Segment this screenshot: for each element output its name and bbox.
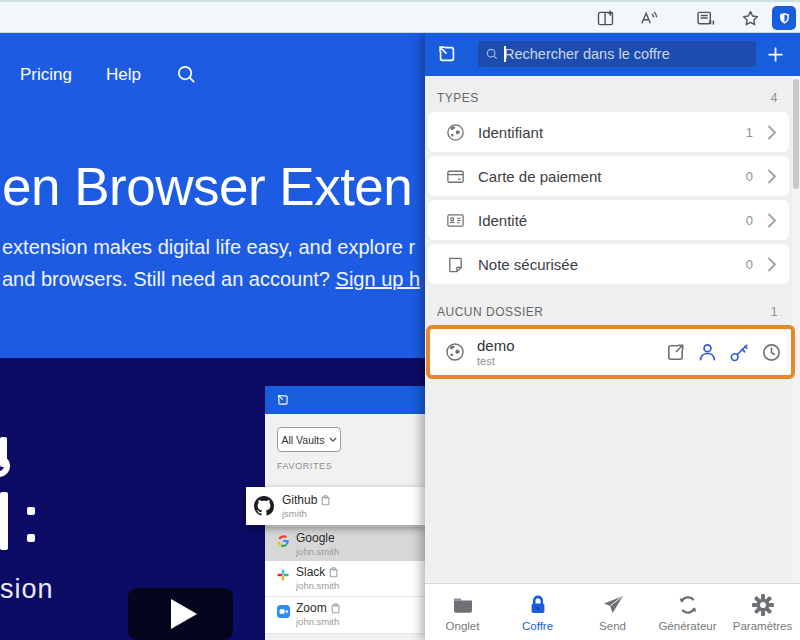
mini-item-name: Zoom: [296, 601, 327, 615]
launch-icon[interactable]: [663, 340, 687, 364]
mini-item-username: john.smith: [296, 616, 341, 627]
nav-tab-label: Send: [599, 620, 626, 632]
id-card-icon: [445, 210, 466, 231]
lock-icon: [526, 593, 550, 617]
popup-header: [425, 33, 800, 76]
all-vaults-dropdown: All Vaults: [277, 427, 341, 452]
section-no-folder: AUCUN DOSSIER 1: [437, 305, 778, 319]
browser-toolbar: [0, 0, 800, 33]
read-aloud-icon[interactable]: [637, 7, 659, 29]
bitwarden-popup: TYPES 4 Identifiant 1 Carte de paiement …: [425, 33, 800, 640]
section-types-label: TYPES: [437, 91, 479, 105]
vault-item-subtitle: test: [477, 355, 655, 367]
mini-item-name: Slack: [296, 565, 325, 579]
slack-icon: [277, 569, 289, 581]
type-row-label: Note sécurisée: [478, 256, 746, 273]
mini-item-name: Google: [296, 531, 335, 545]
site-nav: Pricing Help: [20, 63, 198, 86]
page-title: en Browser Exten: [2, 156, 412, 217]
type-row-label: Identifiant: [478, 124, 746, 141]
clipboard-icon: [329, 567, 339, 578]
popup-bottom-nav: Onglet Coffre Send: [425, 583, 800, 640]
nav-tab-parametres[interactable]: Paramètres: [725, 584, 800, 640]
type-row-label: Identité: [478, 212, 746, 229]
hero-text-line2: and browsers. Still need an account? Sig…: [2, 268, 420, 291]
popout-icon[interactable]: [436, 43, 458, 65]
search-input[interactable]: [504, 46, 749, 62]
nav-help-link[interactable]: Help: [106, 65, 141, 85]
sign-up-link[interactable]: Sign up h: [336, 268, 421, 290]
nav-pricing-link[interactable]: Pricing: [20, 65, 72, 85]
clock-icon[interactable]: [759, 340, 783, 364]
nav-tab-generateur[interactable]: Générateur: [650, 584, 725, 640]
scrollbar-thumb[interactable]: [793, 79, 799, 189]
play-icon: [171, 599, 197, 629]
hero-text-line1: extension makes digital life easy, and e…: [2, 236, 415, 259]
type-row-identifiant[interactable]: Identifiant 1: [428, 112, 789, 152]
search-icon: [485, 47, 499, 61]
send-plane-icon: [601, 593, 625, 617]
mini-item-username: john.smith: [296, 580, 339, 591]
nav-tab-send[interactable]: Send: [575, 584, 650, 640]
site-search-icon[interactable]: [175, 63, 198, 86]
video-caption-fragment: sion: [0, 574, 54, 605]
globe-icon: [444, 341, 466, 363]
type-row-count: 0: [746, 213, 753, 228]
nav-tab-onglet[interactable]: Onglet: [425, 584, 500, 640]
mini-item-slack: Slack john.smith: [265, 561, 425, 597]
mini-vault-header: Search vault: [265, 386, 425, 414]
google-icon: [277, 535, 289, 547]
section-no-folder-label: AUCUN DOSSIER: [437, 305, 544, 319]
type-row-identite[interactable]: Identité 0: [428, 200, 789, 240]
vault-item-demo-highlighted[interactable]: demo test: [426, 325, 795, 379]
section-types: TYPES 4: [437, 91, 778, 105]
type-row-count: 0: [746, 257, 753, 272]
copy-password-icon[interactable]: [727, 340, 751, 364]
nav-tab-label: Paramètres: [733, 620, 792, 632]
video-text-fragment: [0, 492, 8, 550]
copy-username-icon[interactable]: [695, 340, 719, 364]
gear-icon: [751, 593, 775, 617]
folder-icon: [451, 593, 475, 617]
nav-tab-coffre[interactable]: Coffre: [500, 584, 575, 640]
popout-icon: [276, 393, 290, 407]
mini-item-google: Google john.smith: [265, 527, 425, 561]
section-types-count: 4: [771, 91, 778, 105]
chevron-right-icon: [767, 256, 777, 273]
chevron-right-icon: [767, 168, 777, 185]
section-no-folder-count: 1: [771, 305, 778, 319]
split-screen-icon[interactable]: [594, 7, 616, 29]
video-colon-dot: [27, 507, 35, 515]
mini-item-zoom: Zoom john.smith: [265, 597, 425, 634]
clipboard-icon: [331, 603, 341, 614]
github-icon: [254, 496, 274, 516]
globe-icon: [445, 122, 466, 143]
credit-card-icon: [445, 166, 466, 187]
video-play-button[interactable]: [128, 588, 233, 640]
favorites-star-icon[interactable]: [739, 7, 761, 29]
add-item-icon[interactable]: [765, 44, 786, 65]
bitwarden-extension-icon[interactable]: [772, 6, 796, 30]
nav-tab-label: Onglet: [446, 620, 480, 632]
type-row-label: Carte de paiement: [478, 168, 746, 185]
video-colon-dot: [27, 534, 35, 542]
mini-item-username: john.smith: [296, 546, 339, 557]
chevron-right-icon: [767, 124, 777, 141]
nav-tab-label: Coffre: [522, 620, 553, 632]
hero-text-line2-prefix: and browsers. Still need an account?: [2, 268, 336, 290]
video-text-fragment: [0, 455, 10, 477]
clipboard-icon: [321, 495, 331, 506]
vault-item-title: demo: [477, 337, 655, 354]
search-caret: [504, 46, 506, 62]
nav-tab-label: Générateur: [658, 620, 716, 632]
vault-search-field[interactable]: [478, 41, 756, 67]
all-vaults-label: All Vaults: [282, 434, 325, 446]
type-row-note[interactable]: Note sécurisée 0: [428, 244, 789, 284]
type-row-count: 1: [746, 125, 753, 140]
type-row-carte[interactable]: Carte de paiement 0: [428, 156, 789, 196]
reader-icon[interactable]: [694, 7, 716, 29]
chevron-right-icon: [767, 212, 777, 229]
secure-note-icon: [445, 254, 466, 275]
type-row-count: 0: [746, 169, 753, 184]
screen: Pricing Help en Browser Exten extension …: [0, 0, 800, 640]
